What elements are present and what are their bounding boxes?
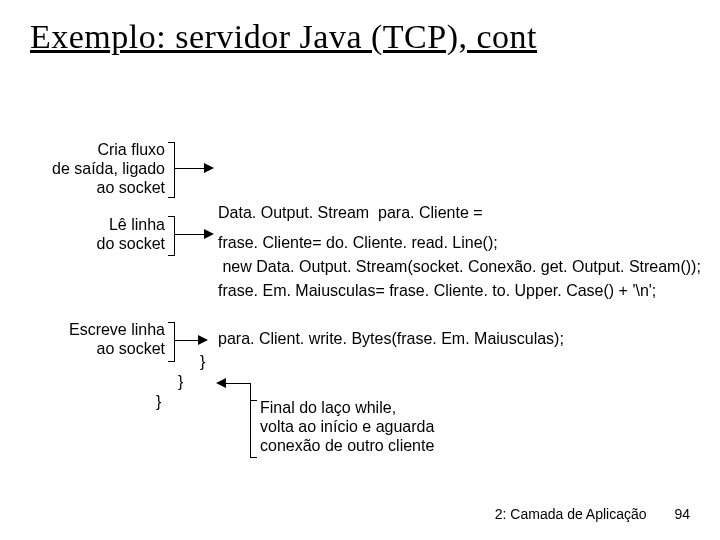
ann1-line3: ao socket [35, 178, 165, 197]
footer-text: 2: Camada de Aplicação [495, 506, 647, 522]
annotation-while-loop-note: Final do laço while, volta ao início e a… [260, 398, 520, 456]
arrow-1 [174, 168, 204, 169]
page-number: 94 [674, 506, 690, 522]
code1-line2: new Data. Output. Stream(socket. Conexão… [218, 258, 701, 276]
arrow-2 [174, 234, 204, 235]
note-line1: Final do laço while, [260, 398, 520, 417]
ann1-line2: de saída, ligado [35, 159, 165, 178]
ann2-line1: Lê linha [60, 215, 165, 234]
arrow-note-v [250, 383, 251, 400]
bracket-note [250, 400, 257, 458]
arrowhead-2 [204, 229, 214, 239]
code-read-line: frase. Cliente= do. Cliente. read. Line(… [218, 234, 498, 252]
annotation-read-line: Lê linha do socket [60, 215, 165, 253]
code-write-bytes: para. Client. write. Bytes(frase. Em. Ma… [218, 330, 564, 348]
note-line2: volta ao início e aguarda [260, 417, 520, 436]
annotation-write-line: Escreve linha ao socket [50, 320, 165, 358]
arrow-note-h [226, 383, 250, 384]
code-upper-case: frase. Em. Maiusculas= frase. Cliente. t… [218, 282, 656, 300]
arrow-3 [174, 340, 198, 341]
note-line3: conexão de outro cliente [260, 436, 520, 455]
arrowhead-note [216, 378, 226, 388]
closing-brace-2: } [178, 373, 183, 391]
slide: Exemplo: servidor Java (TCP), cont Cria … [0, 0, 720, 540]
bracket-2 [168, 216, 175, 256]
bracket-3 [168, 322, 175, 362]
bracket-1 [168, 142, 175, 198]
slide-footer: 2: Camada de Aplicação 94 [495, 506, 690, 522]
arrowhead-1 [204, 163, 214, 173]
annotation-create-output-stream: Cria fluxo de saída, ligado ao socket [35, 140, 165, 198]
code1-line1: Data. Output. Stream para. Cliente = [218, 204, 701, 222]
ann3-line2: ao socket [50, 339, 165, 358]
closing-brace-3: } [156, 393, 161, 411]
ann1-line1: Cria fluxo [35, 140, 165, 159]
arrowhead-3 [198, 335, 208, 345]
ann2-line2: do socket [60, 234, 165, 253]
slide-title: Exemplo: servidor Java (TCP), cont [30, 18, 537, 56]
ann3-line1: Escreve linha [50, 320, 165, 339]
closing-brace-1: } [200, 353, 205, 371]
